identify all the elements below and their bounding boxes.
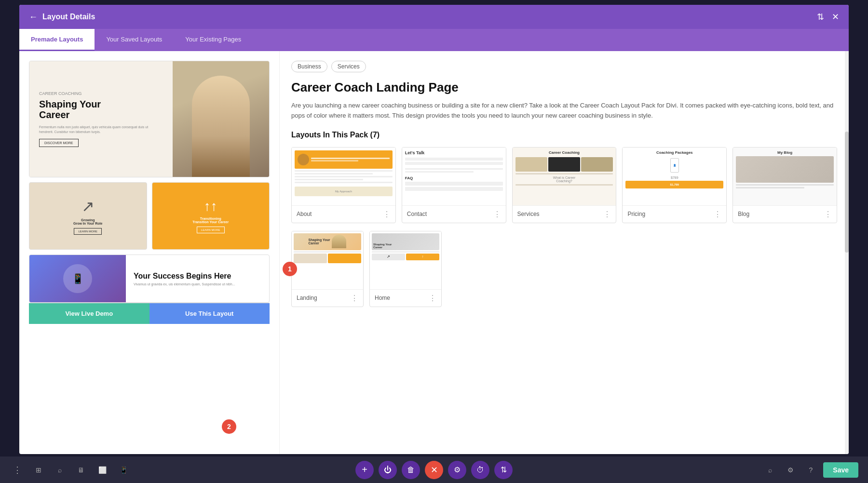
layout-preview-services: Career Coaching What is CareerCoaching? <box>513 148 616 205</box>
layout-card-footer-contact: Contact ⋮ <box>402 205 506 223</box>
tab-saved-layouts[interactable]: Your Saved Layouts <box>95 29 174 51</box>
scrollbar-thumb[interactable] <box>845 132 849 253</box>
layout-card-contact: Let's Talk FAQ Contact <box>402 147 506 223</box>
tab-existing-pages[interactable]: Your Existing Pages <box>174 29 253 51</box>
layout-card-about: My Approach About ⋮ <box>291 147 396 223</box>
layout-menu-pricing[interactable]: ⋮ <box>714 210 721 219</box>
toolbar-mobile-icon[interactable]: 📱 <box>116 462 131 478</box>
preview-big-title: Shaping YourCareer <box>39 99 163 120</box>
toolbar-center: + ⏻ 🗑 ✕ ⚙ ⏱ ⇅ <box>355 461 513 479</box>
sort-icon[interactable]: ⇅ <box>817 12 824 22</box>
modal: ← Layout Details ⇅ ✕ Premade Layouts You… <box>19 5 849 454</box>
preview-bottom-text: Your Success Begins Here Vivamus ut grav… <box>126 255 269 302</box>
preview-desc: Fermentum nulla non justo aliquet, quis … <box>39 125 163 134</box>
layout-preview-home: Shaping YourCareer ↗ ↑ <box>370 231 441 289</box>
layout-card-footer-home: Home ⋮ <box>370 289 441 307</box>
layout-card-blog: My Blog Blog ⋮ <box>732 147 837 223</box>
tags-row: Business Services <box>291 61 837 72</box>
layout-card-services: Career Coaching What is CareerCoaching? <box>512 147 617 223</box>
layout-menu-landing[interactable]: ⋮ <box>351 294 358 303</box>
layout-card-pricing: Coaching Packages 👤 $789 $1,799 <box>622 147 727 223</box>
layout-card-footer-pricing: Pricing ⋮ <box>623 205 726 223</box>
bottom-toolbar: ⋮ ⊞ ⌕ 🖥 ⬜ 📱 + ⏻ 🗑 ✕ ⚙ ⏱ ⇅ ⌕ ⚙ ? Save <box>0 456 868 483</box>
view-demo-button[interactable]: View Live Demo <box>29 303 149 324</box>
toolbar-sort-button[interactable]: ⇅ <box>494 461 513 479</box>
layout-preview-about: My Approach <box>292 148 395 205</box>
toolbar-settings-right-icon[interactable]: ⚙ <box>783 462 798 478</box>
layout-menu-about[interactable]: ⋮ <box>383 210 391 219</box>
preview-sub-beige: ↗ GrowingGrow In Your Role LEARN MORE <box>29 182 147 250</box>
modal-header: ← Layout Details ⇅ ✕ <box>19 5 849 29</box>
toolbar-add-button[interactable]: + <box>355 461 374 479</box>
toolbar-power-button[interactable]: ⏻ <box>379 461 397 479</box>
layout-menu-contact[interactable]: ⋮ <box>493 210 501 219</box>
sub-learn-more-1[interactable]: LEARN MORE <box>74 228 102 235</box>
use-layout-button[interactable]: Use This Layout <box>149 303 270 324</box>
preview-bottom-img: 📱 <box>29 255 126 302</box>
toolbar-right: ⌕ ⚙ ? Save <box>762 462 858 478</box>
layout-preview-blog: My Blog <box>733 148 837 205</box>
left-panel: CAREER COACHING Shaping YourCareer Ferme… <box>19 51 280 454</box>
layout-card-footer-services: Services ⋮ <box>513 205 616 223</box>
layout-preview-landing: Shaping YourCareer <box>292 231 363 289</box>
preview-bottom-desc: Vivamus ut gravida ex, uis elementum qua… <box>134 282 261 286</box>
right-panel: Business Services Career Coach Landing P… <box>280 51 849 454</box>
layout-name-landing: Landing <box>297 295 317 301</box>
layouts-grid-row1: My Approach About ⋮ Let <box>291 147 837 223</box>
tag-business[interactable]: Business <box>291 61 327 72</box>
preview-discover-btn[interactable]: DISCOVER MORE <box>39 139 79 147</box>
preview-right-img <box>173 61 269 177</box>
preview-bottom: 📱 Your Success Begins Here Vivamus ut gr… <box>29 255 270 303</box>
tab-premade-layouts[interactable]: Premade Layouts <box>19 29 95 51</box>
modal-tabs: Premade Layouts Your Saved Layouts Your … <box>19 29 849 51</box>
preview-sub-orange: ↑↑ TransitioningTransition Your Career L… <box>152 182 270 250</box>
layout-preview-pricing: Coaching Packages 👤 $789 $1,799 <box>623 148 726 205</box>
main-preview-card: CAREER COACHING Shaping YourCareer Ferme… <box>29 61 270 177</box>
toolbar-close-button[interactable]: ✕ <box>425 461 443 479</box>
preview-sub-row: ↗ GrowingGrow In Your Role LEARN MORE ↑↑… <box>29 182 270 250</box>
toolbar-help-icon[interactable]: ? <box>803 462 818 478</box>
toolbar-settings-button[interactable]: ⚙ <box>448 461 466 479</box>
back-icon[interactable]: ← <box>29 12 38 22</box>
layouts-heading: Layouts In This Pack (7) <box>291 131 837 139</box>
layout-menu-blog[interactable]: ⋮ <box>824 210 832 219</box>
layout-name-blog: Blog <box>738 211 749 217</box>
sub-learn-more-2[interactable]: LEARN MORE <box>197 227 225 233</box>
layout-preview-contact: Let's Talk FAQ <box>402 148 506 205</box>
preview-left-text: CAREER COACHING Shaping YourCareer Ferme… <box>29 61 173 177</box>
close-icon[interactable]: ✕ <box>832 12 839 22</box>
toolbar-menu-icon[interactable]: ⋮ <box>10 462 25 478</box>
layouts-grid-row2: 1 Shaping YourCareer <box>291 231 450 307</box>
layout-name-contact: Contact <box>407 211 427 217</box>
layout-menu-home[interactable]: ⋮ <box>429 294 436 303</box>
modal-title: Layout Details <box>42 13 95 21</box>
badge-2: 2 <box>222 419 236 434</box>
layout-name-home: Home <box>375 295 390 301</box>
preview-bottom-title: Your Success Begins Here <box>134 272 261 281</box>
toolbar-delete-button[interactable]: 🗑 <box>402 461 420 479</box>
toolbar-tablet-icon[interactable]: ⬜ <box>95 462 110 478</box>
scrollbar-track[interactable] <box>845 51 849 454</box>
toolbar-search-icon[interactable]: ⌕ <box>52 462 68 478</box>
layout-name-services: Services <box>517 211 540 217</box>
save-button[interactable]: Save <box>823 462 858 478</box>
layout-card-footer-about: About ⋮ <box>292 205 395 223</box>
toolbar-desktop-icon[interactable]: 🖥 <box>73 462 89 478</box>
toolbar-grid-icon[interactable]: ⊞ <box>31 462 46 478</box>
layout-card-footer-blog: Blog ⋮ <box>733 205 837 223</box>
layout-name-about: About <box>297 211 312 217</box>
layout-menu-services[interactable]: ⋮ <box>603 210 611 219</box>
tag-services[interactable]: Services <box>331 61 366 72</box>
badge-1: 1 <box>283 262 297 276</box>
layout-card-home: Shaping YourCareer ↗ ↑ <box>369 231 442 307</box>
toolbar-left: ⋮ ⊞ ⌕ 🖥 ⬜ 📱 <box>10 462 131 478</box>
preview-actions: View Live Demo Use This Layout <box>29 303 270 324</box>
toolbar-search-right-icon[interactable]: ⌕ <box>762 462 778 478</box>
modal-body: CAREER COACHING Shaping YourCareer Ferme… <box>19 51 849 454</box>
layout-name-pricing: Pricing <box>627 211 645 217</box>
layout-card-landing: Shaping YourCareer L <box>291 231 364 307</box>
preview-small-label: CAREER COACHING <box>39 91 163 96</box>
toolbar-history-button[interactable]: ⏱ <box>471 461 489 479</box>
layout-description: Are you launching a new career coaching … <box>291 101 837 121</box>
layout-title: Career Coach Landing Page <box>291 80 837 95</box>
